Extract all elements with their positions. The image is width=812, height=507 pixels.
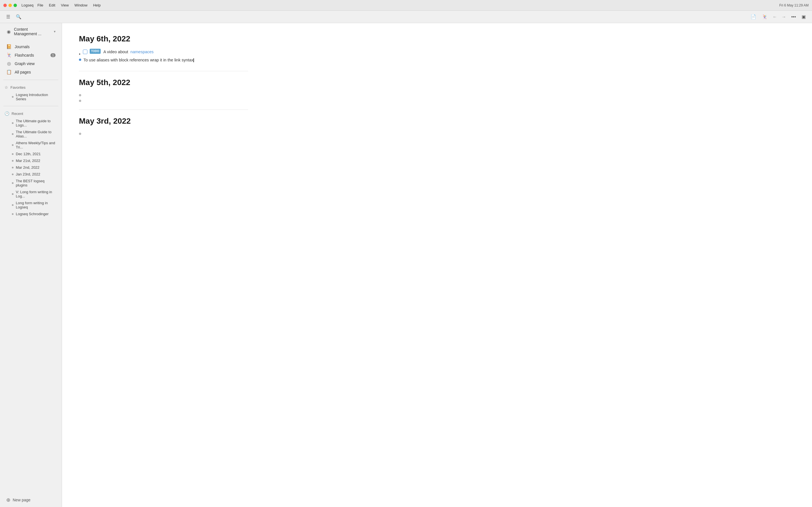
bullet-indicator: • xyxy=(79,51,81,53)
journal-title-0: May 6th, 2022 xyxy=(79,34,248,43)
recent-item-label-8: V: Long form writing in Log... xyxy=(16,190,56,198)
graph-name-label: Content Management ... xyxy=(14,27,51,36)
sidebar-item-journals[interactable]: 📔 Journals xyxy=(2,43,60,51)
back-button[interactable]: ← xyxy=(771,13,778,20)
toolbar-right: 📄 🃏 ← → ••• ▣ xyxy=(749,13,808,20)
entry-text-1: To use aliases with block references wra… xyxy=(84,57,194,63)
graph-view-icon: ◎ xyxy=(6,61,12,66)
sidebar-item-all-pages[interactable]: 📋 All pages xyxy=(2,68,60,76)
menu-edit[interactable]: Edit xyxy=(47,3,57,8)
recent-item-0[interactable]: The Ultimate guide to Logs... xyxy=(2,118,60,128)
sidebar-toggle-button[interactable]: ☰ xyxy=(4,13,12,20)
empty-bullet-icon xyxy=(79,133,81,135)
sidebar-item-flashcards[interactable]: 🃏 Flashcards 1 xyxy=(2,51,60,59)
recent-item-5[interactable]: Mar 2nd, 2022 xyxy=(2,164,60,171)
recent-item-2[interactable]: Athens Weekly/Tips and Tri... xyxy=(2,140,60,151)
app-name: Logseq xyxy=(21,3,34,7)
forward-button[interactable]: → xyxy=(780,13,787,20)
dot-icon xyxy=(12,122,13,124)
main-nav-section: 📔 Journals 🃏 Flashcards 1 ◎ Graph view 📋… xyxy=(0,40,62,78)
entry-item-empty-0 xyxy=(79,92,248,97)
recent-label: Recent xyxy=(11,112,23,116)
sidebar-toggle-icon: ☰ xyxy=(6,14,10,19)
recent-item-label-6: Jan 23rd, 2022 xyxy=(16,172,40,176)
recent-item-4[interactable]: Mar 21st, 2022 xyxy=(2,158,60,164)
search-button[interactable]: 🔍 xyxy=(14,13,23,20)
sidebar-item-logseq-intro[interactable]: Logseq Introduction Series xyxy=(2,92,60,102)
sidebar-item-graph-view[interactable]: ◎ Graph view xyxy=(2,59,60,68)
flashcards-label: Flashcards xyxy=(15,53,34,57)
journal-entry-2: May 3rd, 2022 xyxy=(79,117,248,136)
recent-item-1[interactable]: The Ultimate Guide to Alias... xyxy=(2,129,60,139)
menu-file[interactable]: File xyxy=(36,3,45,8)
main-content: May 6th, 2022 • TODO A video about names… xyxy=(62,11,812,507)
plus-icon: ⊕ xyxy=(6,497,10,503)
dot-icon xyxy=(12,182,13,184)
empty-bullet-icon xyxy=(79,100,81,102)
graph-icon: ◉ xyxy=(6,29,11,34)
more-button[interactable]: ••• xyxy=(790,13,798,20)
dot-icon xyxy=(12,144,13,146)
recent-item-8[interactable]: V: Long form writing in Log... xyxy=(2,189,60,200)
todo-checkbox[interactable] xyxy=(83,50,87,54)
bullet-icon xyxy=(79,59,81,61)
recent-item-6[interactable]: Jan 23rd, 2022 xyxy=(2,171,60,177)
more-icon: ••• xyxy=(791,14,796,19)
journal-entry-0: May 6th, 2022 • TODO A video about names… xyxy=(79,34,248,64)
dot-icon xyxy=(12,213,13,215)
journal-divider-0 xyxy=(79,71,248,71)
journal-divider-1 xyxy=(79,110,248,110)
system-clock: Fri 6 May 11:29 AM xyxy=(779,3,809,7)
menu-window[interactable]: Window xyxy=(73,3,89,8)
menu-view[interactable]: View xyxy=(59,3,70,8)
dot-icon xyxy=(12,173,13,175)
forward-icon: → xyxy=(781,14,786,19)
journal-title-1: May 5th, 2022 xyxy=(79,78,248,87)
journals-icon: 📔 xyxy=(6,44,12,49)
todo-badge: TODO xyxy=(90,49,101,54)
toolbar: ☰ 🔍 📄 🃏 ← → ••• ▣ xyxy=(0,11,812,23)
menu-help[interactable]: Help xyxy=(91,3,102,8)
flashcard-button[interactable]: 🃏 xyxy=(760,13,769,20)
todo-text-before: A video about xyxy=(103,49,128,55)
sidebar-divider-1 xyxy=(3,80,58,80)
recent-item-3[interactable]: Dec 12th, 2021 xyxy=(2,151,60,157)
graph-name-item[interactable]: ◉ Content Management ... ▾ xyxy=(2,25,60,38)
recent-icon: 🕐 xyxy=(4,111,9,116)
maximize-button[interactable] xyxy=(13,4,17,7)
traffic-lights xyxy=(3,4,17,7)
close-button[interactable] xyxy=(3,4,7,7)
all-pages-icon: 📋 xyxy=(6,69,12,75)
recent-item-label-9: Long form writing in Logseq xyxy=(16,201,56,209)
entry-item-empty-2 xyxy=(79,130,248,136)
dot-icon xyxy=(12,153,13,155)
recent-section: 🕐 Recent The Ultimate guide to Logs... T… xyxy=(0,107,62,220)
search-icon: 🔍 xyxy=(16,14,21,19)
graph-section: ◉ Content Management ... ▾ xyxy=(0,23,62,40)
dot-icon xyxy=(12,167,13,168)
dot-icon xyxy=(12,193,13,195)
entry-items-0: • TODO A video about namespaces To use a… xyxy=(79,48,248,64)
entry-item-empty-1 xyxy=(79,97,248,103)
new-page-button[interactable]: 📄 xyxy=(749,13,758,20)
titlebar-right: Fri 6 May 11:29 AM xyxy=(779,3,809,7)
dot-icon xyxy=(12,160,13,162)
recent-item-7[interactable]: The BEST logseq plugins xyxy=(2,178,60,188)
recent-item-label-4: Mar 21st, 2022 xyxy=(16,159,40,163)
dot-icon xyxy=(12,133,13,135)
titlebar: Logseq File Edit View Window Help Fri 6 … xyxy=(0,0,812,11)
namespaces-link[interactable]: namespaces xyxy=(131,49,154,55)
text-cursor xyxy=(193,58,194,62)
recent-item-10[interactable]: Logseq Schrodinger xyxy=(2,211,60,217)
recent-item-9[interactable]: Long form writing in Logseq xyxy=(2,200,60,210)
flashcards-icon: 🃏 xyxy=(6,52,12,58)
entry-item-todo: • TODO A video about namespaces xyxy=(79,48,248,56)
minimize-button[interactable] xyxy=(8,4,12,7)
new-page-button-sidebar[interactable]: ⊕ New page xyxy=(2,495,60,505)
sidebar: ◉ Content Management ... ▾ 📔 Journals 🃏 … xyxy=(0,11,62,507)
graph-view-label: Graph view xyxy=(15,61,35,66)
recent-item-label-5: Mar 2nd, 2022 xyxy=(16,165,40,170)
entry-items-1 xyxy=(79,92,248,103)
panel-toggle-button[interactable]: ▣ xyxy=(800,13,808,20)
favorites-section: ☆ Favorites Logseq Introduction Series xyxy=(0,81,62,105)
